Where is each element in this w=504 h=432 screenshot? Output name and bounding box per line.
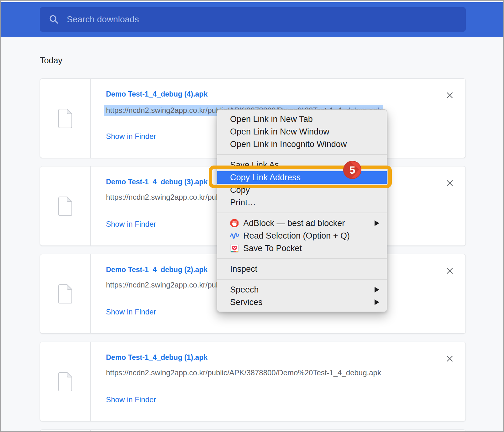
search-icon [49,14,59,25]
card-divider [90,79,91,158]
highlight-annotation-box [209,166,392,188]
remove-download-button[interactable] [446,355,454,363]
section-heading-today: Today [40,56,62,66]
file-icon [58,196,73,217]
adblock-icon [230,219,239,228]
menu-item-open-link-new-tab[interactable]: Open Link in New Tab [217,113,387,125]
submenu-arrow-icon [375,220,379,226]
remove-download-button[interactable] [446,91,454,99]
card-divider [90,254,91,333]
show-in-finder-link[interactable]: Show in Finder [106,132,156,141]
file-icon [58,284,73,305]
remove-download-button[interactable] [446,179,454,187]
file-icon [58,372,73,392]
show-in-finder-link[interactable]: Show in Finder [106,308,156,316]
step-badge-number: 5 [349,164,355,176]
close-icon [446,267,454,275]
file-icon [58,108,73,129]
search-input[interactable]: Search downloads [40,7,466,32]
download-filename-link[interactable]: Demo Test-1_4_debug (2).apk [106,266,207,274]
menu-item-services[interactable]: Services [217,296,387,308]
context-menu: Open Link in New Tab Open Link in New Wi… [217,109,387,312]
card-divider [90,166,91,245]
search-placeholder: Search downloads [67,14,139,24]
close-icon [446,179,454,187]
download-filename-link[interactable]: Demo Test-1_4_debug (3).apk [106,178,207,186]
download-filename-link[interactable]: Demo Test-1_4_debug (1).apk [106,353,207,362]
download-url: https://ncdn2.swing2app.co.kr/public/APK… [106,368,381,377]
menu-item-adblock[interactable]: AdBlock — best ad blocker [217,217,387,229]
card-divider [90,430,91,432]
downloads-toolbar: Search downloads [1,2,503,37]
download-card-partial [40,429,466,432]
close-icon [446,355,454,363]
menu-item-save-to-pocket[interactable]: Save To Pocket [217,242,387,255]
menu-item-open-link-incognito[interactable]: Open Link in Incognito Window [217,138,387,150]
show-in-finder-link[interactable]: Show in Finder [106,220,156,229]
show-in-finder-link[interactable]: Show in Finder [106,395,156,404]
menu-separator [217,258,387,259]
menu-separator [217,279,387,280]
menu-item-speech[interactable]: Speech [217,283,387,296]
remove-download-button[interactable] [446,267,454,275]
read-selection-icon [230,231,239,240]
step-badge: 5 [343,161,361,179]
menu-item-read-selection[interactable]: Read Selection (Option + Q) [217,229,387,242]
menu-separator [217,154,387,155]
submenu-arrow-icon [375,299,379,305]
menu-item-open-link-new-window[interactable]: Open Link in New Window [217,125,387,138]
download-card: Demo Test-1_4_debug (1).apk https://ncdn… [40,342,466,421]
menu-item-print[interactable]: Print… [217,196,387,209]
menu-item-inspect[interactable]: Inspect [217,263,387,275]
submenu-arrow-icon [375,287,379,292]
pocket-icon [230,244,239,253]
download-filename-link[interactable]: Demo Test-1_4_debug (4).apk [106,90,207,98]
downloads-page: Search downloads Today Demo Test-1_4_deb… [0,0,504,432]
menu-separator [217,213,387,213]
card-divider [90,342,91,421]
close-icon [446,91,454,99]
